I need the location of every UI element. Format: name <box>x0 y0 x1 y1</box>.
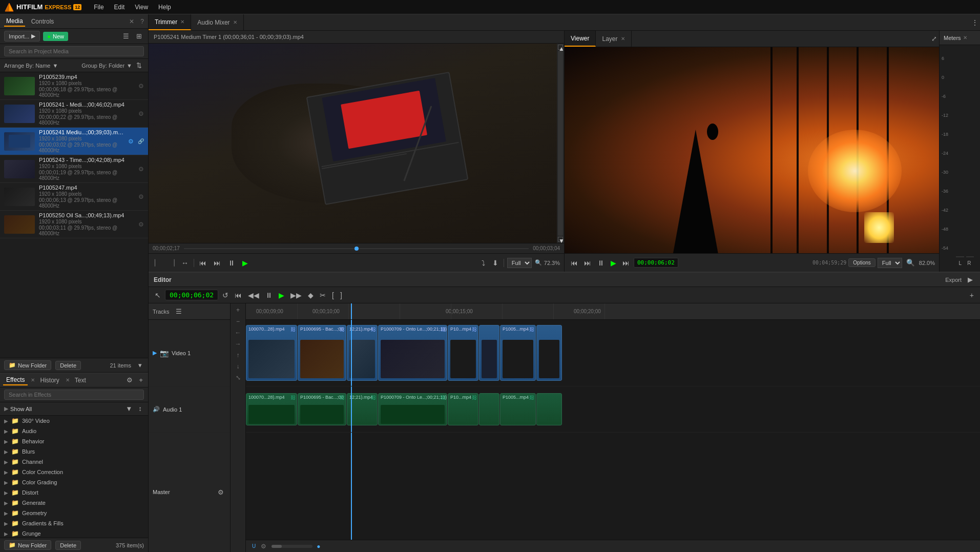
grid-view-icon[interactable]: ⊞ <box>134 31 144 41</box>
viewer-pause-button[interactable]: ⏸ <box>595 258 607 268</box>
effect-category[interactable]: ▶ 📁 Generate <box>0 498 148 508</box>
sort-icon[interactable]: ⇅ <box>134 60 144 70</box>
editor-out-button[interactable]: ] <box>338 290 344 300</box>
editor-step-forward-button[interactable]: ▶▶ <box>288 290 304 300</box>
effect-category[interactable]: ▶ 📁 Geometry <box>0 508 148 518</box>
effects-tab-close-icon[interactable]: ✕ <box>31 377 35 383</box>
viewer-to-end-button[interactable]: ⏭ <box>620 258 632 268</box>
audio-clip[interactable] <box>536 393 562 425</box>
media-panel-close-icon[interactable]: ✕ <box>129 18 134 25</box>
editor-pause-button[interactable]: ⏸ <box>263 290 275 300</box>
audio-clip[interactable]: P1005...mp4 ⛓ <box>500 393 536 425</box>
editor-to-start-button[interactable]: ⏮ <box>233 290 244 300</box>
timeline-settings-icon[interactable]: ⚙ <box>260 542 267 551</box>
side-arrow-right-icon[interactable]: → <box>234 339 242 349</box>
effect-category[interactable]: ▶ 📁 Gradients & Fills <box>0 518 148 528</box>
video-clip[interactable]: 100070...28).mp4 ⛓ <box>246 325 297 380</box>
layer-tab-close-icon[interactable]: ✕ <box>621 36 625 42</box>
media-settings-icon[interactable]: ⚙ <box>138 166 144 173</box>
side-minus-icon[interactable]: − <box>235 317 241 326</box>
tab-controls[interactable]: Controls <box>29 17 56 26</box>
trim-in-button[interactable]: ⎸ <box>153 257 163 268</box>
tracks-menu-icon[interactable]: ☰ <box>174 306 184 316</box>
media-item[interactable]: P1005247.mp4 1920 x 1080 pixels 00;00;06… <box>0 183 148 211</box>
media-item[interactable]: P1005241 - Medi...;00;46;02).mp4 1920 x … <box>0 100 148 128</box>
scroll-down-icon[interactable]: ▾ <box>136 360 144 370</box>
side-arrow-left-icon[interactable]: ← <box>234 328 242 337</box>
media-help-icon[interactable]: ? <box>140 18 144 25</box>
editor-tool-cursor[interactable]: ↖ <box>153 290 163 300</box>
video-clip[interactable]: P1000695 - Bac...;00 ⛓ <box>298 325 346 380</box>
meters-close-icon[interactable]: ✕ <box>963 35 967 40</box>
tab-viewer[interactable]: Viewer <box>565 31 596 47</box>
scroll-down-icon[interactable]: ▼ <box>558 237 563 242</box>
editor-clip-button[interactable]: ✂ <box>318 290 328 300</box>
tab-trimmer[interactable]: Trimmer ✕ <box>149 14 191 30</box>
video-clip[interactable]: P1005...mp4 ⛓ <box>500 325 536 380</box>
media-settings-icon[interactable]: ⚙ <box>138 221 144 228</box>
effects-filter-icon[interactable]: ▼ <box>123 404 134 414</box>
play-to-start-button[interactable]: ⏮ <box>197 258 208 268</box>
effects-search-input[interactable] <box>4 390 144 400</box>
editor-in-button[interactable]: [ <box>330 290 336 300</box>
side-add-track-icon[interactable]: + <box>235 305 241 315</box>
effects-delete-button[interactable]: Delete <box>55 541 81 550</box>
panel-menu-icon[interactable]: ⋮ <box>969 17 980 28</box>
video-clip[interactable]: P1000709 - Onto Le...;00;21;13).mp4 ⛓ <box>378 325 447 380</box>
menu-file[interactable]: File <box>90 2 108 13</box>
menu-view[interactable]: View <box>131 2 152 13</box>
tab-text[interactable]: Text <box>72 376 89 385</box>
effects-sort-icon[interactable]: ↕ <box>136 404 144 414</box>
menu-help[interactable]: Help <box>154 2 175 13</box>
effect-category[interactable]: ▶ 📁 Distort <box>0 487 148 498</box>
effect-category[interactable]: ▶ 📁 Blurs <box>0 446 148 457</box>
effect-category[interactable]: ▶ 📁 Behavior <box>0 436 148 446</box>
viewer-options-button[interactable]: Options <box>848 258 875 267</box>
trim-out-button[interactable]: ⎹ <box>166 257 176 268</box>
insert-button[interactable]: ⤵ <box>479 258 487 268</box>
video-clip[interactable]: P10...mp4 ⛓ <box>448 325 478 380</box>
quality-select[interactable]: Full <box>507 258 532 268</box>
menu-edit[interactable]: Edit <box>110 2 129 13</box>
trim-extra-button[interactable]: ↔ <box>179 258 191 268</box>
editor-refresh-icon[interactable]: ↺ <box>220 290 231 300</box>
audio-clip[interactable]: P10...mp4 ⛓ <box>448 393 478 425</box>
media-item[interactable]: P1005243 - Time...;00;42;08).mp4 1920 x … <box>0 155 148 183</box>
editor-play-button[interactable]: ▶ <box>277 290 286 300</box>
audio-clip[interactable] <box>479 393 499 425</box>
media-settings-icon[interactable]: ⚙ <box>128 138 134 145</box>
timeline-zoom-in-icon[interactable]: U <box>250 542 258 550</box>
audio-clip[interactable]: 100070...28).mp4 ⛓ <box>246 393 297 425</box>
master-settings-icon[interactable]: ⚙ <box>216 487 226 497</box>
audio-clip[interactable]: P1000709 - Onto Le...;00;21;13).mp4 ⛓ <box>378 393 447 425</box>
tab-media[interactable]: Media <box>4 16 25 27</box>
effects-add-icon[interactable]: + <box>137 375 145 385</box>
delete-button[interactable]: Delete <box>55 361 81 370</box>
effect-category[interactable]: ▶ 📁 Color Grading <box>0 477 148 487</box>
overwrite-button[interactable]: ⬇ <box>490 258 501 268</box>
timeline-playhead[interactable] <box>351 303 352 319</box>
trimmer-tab-close-icon[interactable]: ✕ <box>180 19 184 25</box>
effect-category[interactable]: ▶ 📁 Grunge <box>0 528 148 538</box>
new-folder-button[interactable]: 📁 New Folder <box>4 360 51 370</box>
new-button[interactable]: ● New <box>43 32 68 41</box>
video-clip[interactable] <box>479 325 499 380</box>
list-view-icon[interactable]: ☰ <box>121 31 131 41</box>
tab-effects[interactable]: Effects <box>3 375 28 385</box>
effects-new-folder-button[interactable]: 📁 New Folder <box>4 540 51 550</box>
side-up-icon[interactable]: ↑ <box>236 351 241 360</box>
viewer-quality-select[interactable]: Full <box>878 258 902 268</box>
timeline-zoom-slider[interactable] <box>272 545 312 548</box>
media-settings-icon[interactable]: ⚙ <box>138 110 144 117</box>
effects-settings-icon[interactable]: ⚙ <box>124 375 135 385</box>
media-item[interactable]: P1005250 Oil Sa...;00;49;13).mp4 1920 x … <box>0 211 148 238</box>
search-input[interactable] <box>4 46 144 56</box>
show-all-bar[interactable]: ▶ Show All ▼ ↕ <box>0 402 148 416</box>
media-settings-icon[interactable]: ⚙ <box>138 83 144 90</box>
video-clip[interactable] <box>536 325 562 380</box>
pause-button[interactable]: ⏸ <box>226 258 237 268</box>
effect-category[interactable]: ▶ 📁 Audio <box>0 426 148 436</box>
step-back-button[interactable]: ⏭ <box>212 258 223 268</box>
effect-category[interactable]: ▶ 📁 Color Correction <box>0 467 148 477</box>
play-button[interactable]: ▶ <box>240 258 250 268</box>
